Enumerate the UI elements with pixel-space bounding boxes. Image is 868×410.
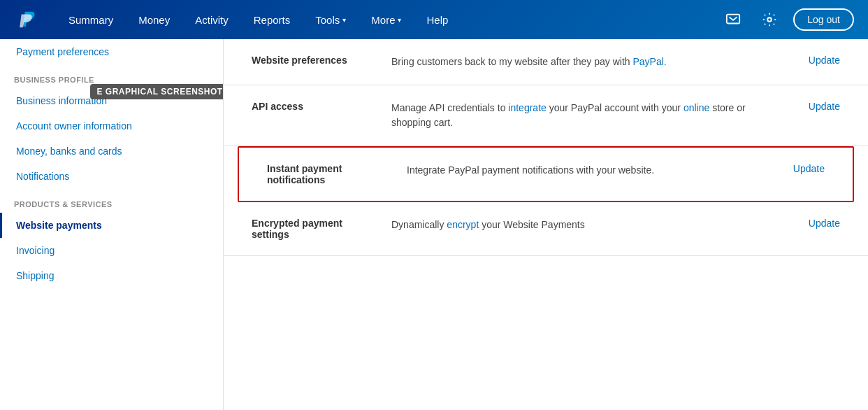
nav-more[interactable]: More▾ — [359, 0, 414, 39]
sidebar-item-payment-preferences[interactable]: Payment preferences — [0, 39, 223, 64]
instant-payment-notifications-desc: Integrate PayPal payment notifications w… — [407, 163, 769, 178]
nav-tools[interactable]: Tools▾ — [303, 0, 359, 39]
encrypted-payment-settings-label: Encrypted payment settings — [252, 218, 391, 240]
paypal-logo — [14, 6, 42, 34]
top-navigation: Summary Money Activity Reports Tools▾ Mo… — [0, 0, 868, 39]
sidebar: Payment preferences BUSINESS PROFILE e g… — [0, 39, 224, 410]
logout-button[interactable]: Log out — [793, 8, 854, 31]
api-access-label: API access — [252, 101, 391, 112]
nav-reports[interactable]: Reports — [241, 0, 303, 39]
encrypted-payment-settings-row: Encrypted payment settings Dynamically e… — [224, 202, 868, 256]
nav-activity[interactable]: Activity — [182, 0, 241, 39]
encrypted-payment-settings-update[interactable]: Update — [784, 218, 840, 229]
instant-payment-notifications-row: Instant payment notifications Integrate … — [238, 146, 854, 202]
sidebar-item-notifications[interactable]: Notifications — [0, 164, 223, 189]
instant-payment-notifications-update[interactable]: Update — [769, 163, 825, 174]
sidebar-item-invoicing[interactable]: Invoicing — [0, 238, 223, 263]
nav-help[interactable]: Help — [414, 0, 461, 39]
nav-money[interactable]: Money — [126, 0, 182, 39]
sidebar-item-account-owner[interactable]: Account owner information — [0, 113, 223, 139]
tooltip-graphical-screenshot: e graphical screenshot — [90, 84, 224, 99]
api-access-update[interactable]: Update — [784, 101, 840, 112]
nav-right: Log out — [721, 7, 854, 32]
sidebar-item-website-payments[interactable]: Website payments — [0, 213, 223, 238]
sidebar-section-business-profile: BUSINESS PROFILE e graphical screenshot — [0, 64, 223, 88]
svg-point-1 — [768, 17, 772, 22]
sidebar-item-shipping[interactable]: Shipping — [0, 263, 223, 288]
nav-links: Summary Money Activity Reports Tools▾ Mo… — [56, 0, 721, 39]
nav-summary[interactable]: Summary — [56, 0, 126, 39]
website-preferences-row: Website preferences Bring customers back… — [224, 39, 868, 85]
messages-icon-button[interactable] — [721, 7, 746, 32]
api-access-desc: Manage API credentials to integrate your… — [391, 101, 784, 130]
settings-icon-button[interactable] — [757, 7, 782, 32]
encrypted-payment-settings-desc: Dynamically encrypt your Website Payment… — [391, 218, 784, 232]
website-preferences-update[interactable]: Update — [784, 55, 840, 66]
instant-payment-notifications-label: Instant payment notifications — [267, 163, 407, 185]
page-layout: Payment preferences BUSINESS PROFILE e g… — [0, 39, 868, 410]
sidebar-item-money-banks[interactable]: Money, banks and cards — [0, 139, 223, 164]
sidebar-section-products-services: PRODUCTS & SERVICES — [0, 189, 223, 213]
svg-rect-0 — [727, 15, 739, 24]
api-access-row: API access Manage API credentials to int… — [224, 85, 868, 146]
website-preferences-desc: Bring customers back to my website after… — [391, 55, 784, 69]
website-preferences-label: Website preferences — [252, 55, 391, 66]
main-content: Website preferences Bring customers back… — [224, 39, 868, 410]
